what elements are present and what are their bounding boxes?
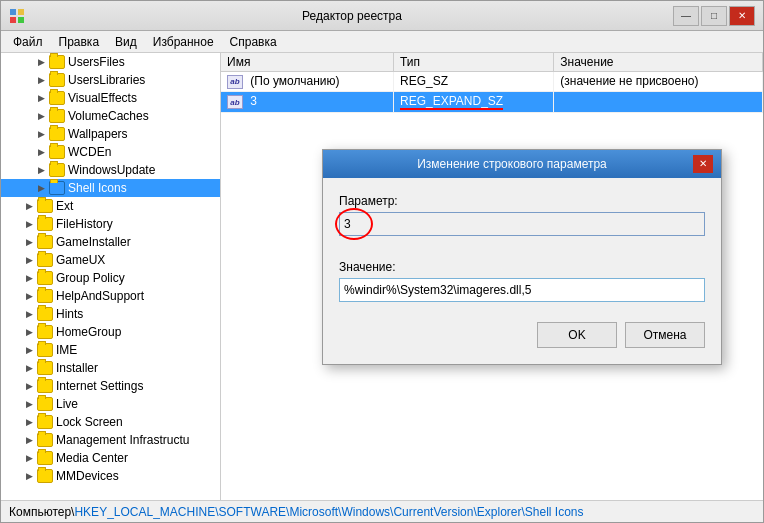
tree-label: MMDevices xyxy=(56,469,119,483)
expand-icon: ▶ xyxy=(21,432,37,448)
folder-icon xyxy=(49,127,65,141)
expand-icon: ▶ xyxy=(21,216,37,232)
tree-item-homegroup[interactable]: ▶ HomeGroup xyxy=(1,323,220,341)
expand-icon: ▶ xyxy=(33,144,49,160)
folder-icon xyxy=(37,469,53,483)
tree-label: WCDEn xyxy=(68,145,111,159)
modal-overlay: Изменение строкового параметра ✕ Парамет… xyxy=(221,53,763,500)
folder-icon xyxy=(37,325,53,339)
tree-item-internetsettings[interactable]: ▶ Internet Settings xyxy=(1,377,220,395)
folder-icon xyxy=(37,235,53,249)
reg-value-cell xyxy=(554,91,763,112)
cancel-button[interactable]: Отмена xyxy=(625,322,705,348)
expand-icon: ▶ xyxy=(21,234,37,250)
tree-item-hints[interactable]: ▶ Hints xyxy=(1,305,220,323)
table-row[interactable]: ab (По умолчанию) REG_SZ (значение не пр… xyxy=(221,72,763,92)
tree-item-gameinstaller[interactable]: ▶ GameInstaller xyxy=(1,233,220,251)
tree-item-live[interactable]: ▶ Live xyxy=(1,395,220,413)
tree-label: UsersFiles xyxy=(68,55,125,69)
param-input[interactable] xyxy=(339,212,705,236)
folder-icon xyxy=(37,397,53,411)
folder-icon xyxy=(37,253,53,267)
tree-item-helpandsupport[interactable]: ▶ HelpAndSupport xyxy=(1,287,220,305)
reg-type-cell: REG_EXPAND_SZ xyxy=(394,91,554,112)
tree-label: Management Infrastructu xyxy=(56,433,189,447)
reg-value-cell: (значение не присвоено) xyxy=(554,72,763,92)
menu-edit[interactable]: Правка xyxy=(51,33,108,51)
dialog-edit-string: Изменение строкового параметра ✕ Парамет… xyxy=(322,149,722,365)
expand-icon: ▶ xyxy=(21,306,37,322)
reg-name: (По умолчанию) xyxy=(250,74,339,88)
tree-label: Lock Screen xyxy=(56,415,123,429)
tree-item-wallpapers[interactable]: ▶ Wallpapers xyxy=(1,125,220,143)
reg-type-icon: ab xyxy=(227,95,243,109)
expand-icon: ▶ xyxy=(33,54,49,70)
folder-icon xyxy=(37,199,53,213)
tree-item-ext[interactable]: ▶ Ext xyxy=(1,197,220,215)
expand-icon: ▶ xyxy=(21,378,37,394)
tree-item-volumecaches[interactable]: ▶ VolumeCaches xyxy=(1,107,220,125)
window-controls: — □ ✕ xyxy=(673,6,755,26)
title-bar: Редактор реестра — □ ✕ xyxy=(1,1,763,31)
tree-item-installer[interactable]: ▶ Installer xyxy=(1,359,220,377)
reg-name-cell: ab 3 xyxy=(221,91,394,112)
svg-rect-2 xyxy=(10,17,16,23)
svg-rect-0 xyxy=(10,9,16,15)
menu-bar: Файл Правка Вид Избранное Справка xyxy=(1,31,763,53)
tree-label: Installer xyxy=(56,361,98,375)
menu-favorites[interactable]: Избранное xyxy=(145,33,222,51)
menu-view[interactable]: Вид xyxy=(107,33,145,51)
expand-icon: ▶ xyxy=(33,72,49,88)
tree-item-mediacenter[interactable]: ▶ Media Center xyxy=(1,449,220,467)
ok-button[interactable]: OK xyxy=(537,322,617,348)
expand-icon: ▶ xyxy=(21,396,37,412)
col-value: Значение xyxy=(554,53,763,72)
tree-label: FileHistory xyxy=(56,217,113,231)
registry-table: Имя Тип Значение ab (По умолчанию) REG_S… xyxy=(221,53,763,113)
tree-item-lockscreen[interactable]: ▶ Lock Screen xyxy=(1,413,220,431)
tree-label: WindowsUpdate xyxy=(68,163,155,177)
tree-item-usersfiles[interactable]: ▶ UsersFiles xyxy=(1,53,220,71)
expand-icon: ▶ xyxy=(21,342,37,358)
menu-help[interactable]: Справка xyxy=(222,33,285,51)
close-button[interactable]: ✕ xyxy=(729,6,755,26)
reg-type-underlined: REG_EXPAND_SZ xyxy=(400,94,503,110)
menu-file[interactable]: Файл xyxy=(5,33,51,51)
tree-item-managementinfra[interactable]: ▶ Management Infrastructu xyxy=(1,431,220,449)
tree-label: Ext xyxy=(56,199,73,213)
status-bar: Компьютер\HKEY_LOCAL_MACHINE\SOFTWARE\Mi… xyxy=(1,500,763,522)
tree-item-windowsupdate[interactable]: ▶ WindowsUpdate xyxy=(1,161,220,179)
folder-icon xyxy=(49,73,65,87)
tree-item-filehistory[interactable]: ▶ FileHistory xyxy=(1,215,220,233)
tree-label: HelpAndSupport xyxy=(56,289,144,303)
tree-item-visualeffects[interactable]: ▶ VisualEffects xyxy=(1,89,220,107)
expand-icon: ▶ xyxy=(33,162,49,178)
registry-panel: Имя Тип Значение ab (По умолчанию) REG_S… xyxy=(221,53,763,500)
tree-label: IME xyxy=(56,343,77,357)
svg-rect-1 xyxy=(18,9,24,15)
tree-item-userslibraries[interactable]: ▶ UsersLibraries xyxy=(1,71,220,89)
tree-label: HomeGroup xyxy=(56,325,121,339)
folder-icon xyxy=(49,181,65,195)
expand-icon: ▶ xyxy=(21,198,37,214)
expand-icon: ▶ xyxy=(33,108,49,124)
minimize-button[interactable]: — xyxy=(673,6,699,26)
expand-icon: ▶ xyxy=(21,414,37,430)
table-row[interactable]: ab 3 REG_EXPAND_SZ xyxy=(221,91,763,112)
folder-icon xyxy=(49,109,65,123)
tree-item-gameux[interactable]: ▶ GameUX xyxy=(1,251,220,269)
folder-icon xyxy=(49,91,65,105)
folder-icon xyxy=(37,451,53,465)
status-path[interactable]: HKEY_LOCAL_MACHINE\SOFTWARE\Microsoft\Wi… xyxy=(74,505,583,519)
maximize-button[interactable]: □ xyxy=(701,6,727,26)
value-input[interactable] xyxy=(339,278,705,302)
tree-item-ime[interactable]: ▶ IME xyxy=(1,341,220,359)
tree-item-shellicons[interactable]: ▶ Shell Icons xyxy=(1,179,220,197)
col-name: Имя xyxy=(221,53,394,72)
dialog-close-button[interactable]: ✕ xyxy=(693,155,713,173)
expand-icon: ▶ xyxy=(21,252,37,268)
tree-label: GameUX xyxy=(56,253,105,267)
tree-item-grouppolicy[interactable]: ▶ Group Policy xyxy=(1,269,220,287)
tree-item-mmdevices[interactable]: ▶ MMDevices xyxy=(1,467,220,485)
tree-item-wcden[interactable]: ▶ WCDEn xyxy=(1,143,220,161)
